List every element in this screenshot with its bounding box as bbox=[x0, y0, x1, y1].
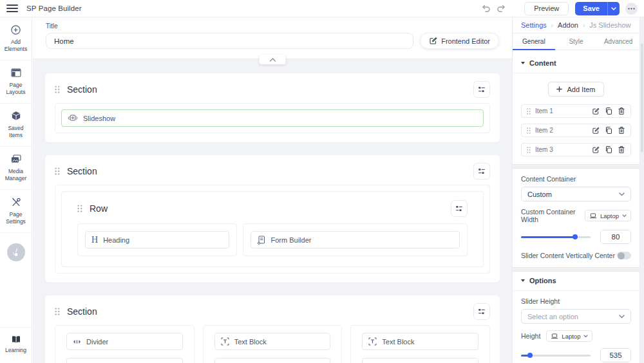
drag-handle-icon[interactable] bbox=[77, 205, 82, 212]
addon-placeholder[interactable] bbox=[214, 358, 331, 363]
delete-icon[interactable] bbox=[618, 107, 625, 115]
section-settings-icon[interactable] bbox=[473, 303, 490, 320]
item-row-3[interactable]: Item 3 bbox=[521, 143, 631, 156]
undo-icon[interactable] bbox=[482, 5, 491, 13]
column-1[interactable]: H Heading bbox=[77, 223, 237, 256]
addon-heading[interactable]: H Heading bbox=[85, 231, 229, 248]
column-2[interactable]: Form Builder bbox=[243, 223, 468, 256]
drag-handle-icon[interactable] bbox=[55, 308, 60, 315]
slider-height-select[interactable]: Select an option bbox=[521, 309, 631, 324]
tab-advanced[interactable]: Advanced bbox=[597, 33, 639, 50]
sidebar-item-saved-items[interactable]: Saved Items bbox=[0, 104, 32, 147]
column-1[interactable]: Divider bbox=[55, 325, 194, 363]
addon-text-block[interactable]: Text Block bbox=[362, 333, 478, 350]
height-value-input[interactable] bbox=[600, 348, 631, 362]
sidebar-item-label: Add Elements bbox=[1, 39, 30, 53]
column-2[interactable]: Text Block bbox=[203, 325, 343, 363]
section-2[interactable]: Section Row bbox=[45, 155, 500, 283]
tab-general[interactable]: General bbox=[513, 33, 555, 50]
sidebar-item-page-layouts[interactable]: Page Layouts bbox=[0, 60, 32, 104]
group-separator bbox=[513, 267, 639, 272]
section-settings-icon[interactable] bbox=[473, 163, 490, 180]
add-item-button[interactable]: Add Item bbox=[548, 82, 603, 97]
addon-form-builder[interactable]: Form Builder bbox=[251, 231, 460, 248]
save-button[interactable]: Save bbox=[575, 2, 620, 15]
breadcrumb-separator: › bbox=[583, 22, 585, 29]
group-separator bbox=[513, 164, 639, 169]
device-label: Laptop bbox=[562, 333, 580, 340]
row[interactable]: Row H Heading bbox=[61, 191, 484, 267]
scrollbar-thumb[interactable] bbox=[641, 43, 643, 153]
redo-icon[interactable] bbox=[497, 5, 506, 13]
item-row-2[interactable]: Item 2 bbox=[521, 124, 631, 137]
custom-container-width-field: Custom Container Width Laptop Slider Con… bbox=[513, 201, 639, 259]
edit-icon[interactable] bbox=[592, 127, 600, 135]
drag-handle-icon[interactable] bbox=[527, 108, 531, 115]
sidebar-item-learning[interactable]: Learning bbox=[0, 327, 32, 363]
row-settings-icon[interactable] bbox=[451, 200, 468, 217]
custom-container-width-label: Custom Container Width bbox=[521, 208, 585, 223]
collapse-header-button[interactable] bbox=[260, 55, 286, 64]
vertical-center-toggle[interactable] bbox=[617, 252, 631, 259]
panel-scrollbar[interactable] bbox=[639, 17, 644, 363]
broom-icon bbox=[12, 248, 21, 257]
item-row-1[interactable]: Item 1 bbox=[521, 104, 631, 118]
device-selector[interactable]: Laptop bbox=[546, 330, 592, 342]
addon-placeholder[interactable] bbox=[66, 358, 183, 363]
save-dropdown-chevron-icon[interactable] bbox=[607, 2, 620, 15]
preview-button[interactable]: Preview bbox=[524, 2, 569, 15]
slider-thumb[interactable] bbox=[527, 353, 533, 358]
delete-icon[interactable] bbox=[618, 126, 625, 135]
title-label: Title bbox=[46, 23, 499, 30]
row-label: Row bbox=[90, 203, 108, 214]
delete-icon[interactable] bbox=[618, 145, 625, 154]
addon-divider[interactable]: Divider bbox=[66, 333, 183, 350]
plus-icon bbox=[556, 86, 562, 92]
width-value-input[interactable] bbox=[600, 230, 631, 244]
section-container: Slideshow bbox=[55, 103, 490, 133]
tab-style[interactable]: Style bbox=[555, 33, 598, 50]
sidebar-item-media-manager[interactable]: Media Manager bbox=[0, 147, 32, 190]
media-icon bbox=[11, 154, 21, 164]
column-3[interactable]: Text Block bbox=[350, 325, 490, 363]
breadcrumb-addon[interactable]: Addon bbox=[558, 21, 578, 29]
addon-text-block[interactable]: Text Block bbox=[214, 333, 331, 350]
laptop-icon bbox=[551, 333, 558, 339]
breadcrumb-separator: › bbox=[551, 22, 553, 29]
page-title-input[interactable] bbox=[46, 33, 413, 49]
drag-handle-icon[interactable] bbox=[527, 127, 531, 134]
edit-icon[interactable] bbox=[592, 146, 600, 154]
drag-handle-icon[interactable] bbox=[527, 147, 531, 153]
frontend-editor-button[interactable]: Frontend Editor bbox=[420, 33, 499, 49]
device-selector[interactable]: Laptop bbox=[585, 210, 631, 221]
save-button-label[interactable]: Save bbox=[575, 2, 607, 15]
breadcrumb-settings[interactable]: Settings bbox=[521, 21, 547, 29]
section-3[interactable]: Section Divider bbox=[45, 295, 500, 363]
content-container-select[interactable]: Custom bbox=[521, 187, 631, 201]
item-label: Item 2 bbox=[535, 127, 587, 134]
section-1[interactable]: Section Slideshow bbox=[45, 73, 500, 142]
more-options-icon[interactable] bbox=[625, 3, 638, 15]
height-label: Height bbox=[521, 332, 540, 340]
duplicate-icon[interactable] bbox=[605, 126, 612, 135]
frontend-editor-label: Frontend Editor bbox=[441, 37, 490, 45]
assistant-button[interactable] bbox=[7, 243, 25, 261]
height-slider[interactable] bbox=[521, 355, 591, 357]
drag-handle-icon[interactable] bbox=[55, 86, 60, 93]
drag-handle-icon[interactable] bbox=[55, 167, 60, 175]
sidebar-item-add-elements[interactable]: Add Elements bbox=[0, 17, 32, 60]
width-slider[interactable] bbox=[521, 236, 591, 238]
content-group-header[interactable]: Content bbox=[513, 59, 639, 73]
duplicate-icon[interactable] bbox=[605, 145, 612, 154]
section-label: Section bbox=[67, 84, 97, 95]
addon-placeholder[interactable] bbox=[362, 358, 478, 363]
edit-icon[interactable] bbox=[592, 107, 600, 115]
sidebar-item-page-settings[interactable]: Page Settings bbox=[0, 190, 32, 233]
section-settings-icon[interactable] bbox=[473, 81, 490, 98]
addon-slideshow[interactable]: Slideshow bbox=[61, 109, 484, 127]
menu-icon[interactable] bbox=[6, 4, 18, 13]
duplicate-icon[interactable] bbox=[605, 107, 612, 115]
addon-label: Text Block bbox=[234, 338, 267, 346]
options-group-header[interactable]: Options bbox=[513, 277, 639, 291]
slider-thumb[interactable] bbox=[573, 234, 578, 239]
